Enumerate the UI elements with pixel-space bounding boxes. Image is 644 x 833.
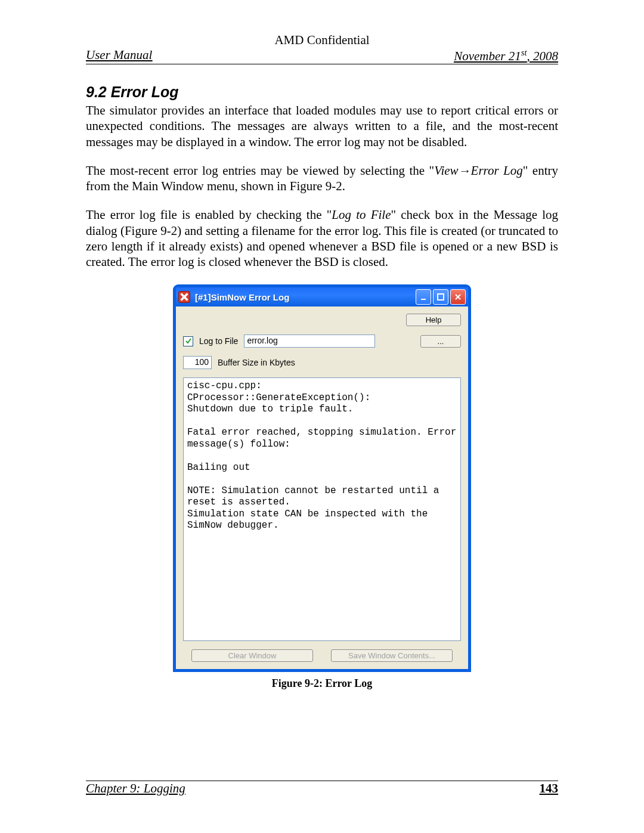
buffer-size-label: Buffer Size in Kbytes <box>218 358 295 367</box>
error-log-window: [#1]SimNow Error Log Help <box>174 285 470 671</box>
browse-button[interactable]: ... <box>420 335 461 348</box>
filename-input[interactable]: error.log <box>244 335 375 348</box>
window-body: Help Log to File error.log ... 100 Buffe… <box>176 306 468 669</box>
save-contents-button[interactable]: Save Window Contents... <box>331 649 453 662</box>
paragraph: The error log file is enabled by checkin… <box>86 207 558 270</box>
log-to-file-label: Log to File <box>199 336 238 346</box>
svg-rect-3 <box>438 294 444 300</box>
window-title: [#1]SimNow Error Log <box>195 292 414 302</box>
paragraph: The simulator provides an interface that… <box>86 103 558 150</box>
check-icon <box>185 337 192 345</box>
svg-rect-2 <box>421 299 426 300</box>
app-icon <box>178 291 190 303</box>
page-header: User Manual November 21st, 2008 <box>86 48 558 64</box>
footer-page-number: 143 <box>540 781 559 796</box>
help-button[interactable]: Help <box>406 314 461 326</box>
log-output[interactable]: cisc-cpu.cpp: CProcessor::GenerateExcept… <box>183 377 461 641</box>
figure: [#1]SimNow Error Log Help <box>86 285 558 690</box>
header-left: User Manual <box>86 48 152 64</box>
figure-caption: Figure 9-2: Error Log <box>272 677 372 690</box>
header-right: November 21st, 2008 <box>454 48 558 64</box>
close-button[interactable] <box>450 289 466 305</box>
minimize-button[interactable] <box>416 289 431 305</box>
paragraph: The most-recent error log entries may be… <box>86 163 558 194</box>
confidential-header: AMD Confidential <box>86 33 558 48</box>
clear-window-button[interactable]: Clear Window <box>191 649 313 662</box>
buffer-size-input[interactable]: 100 <box>183 356 212 369</box>
footer-chapter: Chapter 9: Logging <box>86 781 185 796</box>
maximize-button[interactable] <box>433 289 448 305</box>
titlebar[interactable]: [#1]SimNow Error Log <box>176 287 468 306</box>
section-heading: 9.2 Error Log <box>86 83 558 101</box>
log-to-file-checkbox[interactable] <box>183 336 193 346</box>
page-footer: Chapter 9: Logging 143 <box>86 781 558 796</box>
document-page: AMD Confidential User Manual November 21… <box>0 0 644 833</box>
